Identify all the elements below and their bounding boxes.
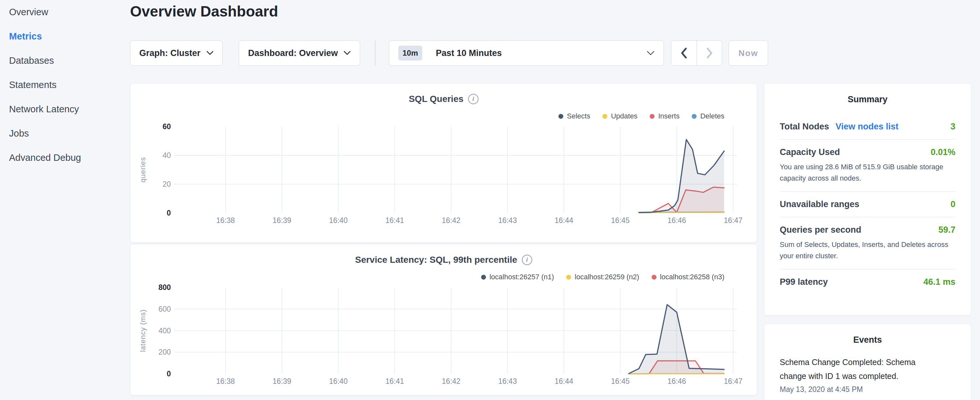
service-latency-chart-canvas[interactable]: 16:3816:3916:4016:4116:4216:4316:4416:45… xyxy=(130,244,757,396)
summary-row: Total NodesView nodes list3 xyxy=(780,114,955,139)
svg-text:16:38: 16:38 xyxy=(216,216,235,225)
chevron-down-icon xyxy=(344,51,351,55)
summary-value: 3 xyxy=(951,122,955,132)
controls-divider xyxy=(375,40,375,66)
svg-text:16:40: 16:40 xyxy=(329,216,348,225)
now-button[interactable]: Now xyxy=(729,40,768,66)
view-nodes-link[interactable]: View nodes list xyxy=(836,122,899,132)
summary-label: Queries per second xyxy=(780,225,861,235)
svg-text:16:39: 16:39 xyxy=(273,377,291,386)
svg-text:latency (ms): latency (ms) xyxy=(139,309,147,352)
svg-text:200: 200 xyxy=(159,348,171,356)
svg-text:16:42: 16:42 xyxy=(442,377,461,386)
svg-text:0: 0 xyxy=(167,209,171,217)
svg-text:16:41: 16:41 xyxy=(385,216,404,225)
dashboard-dropdown-label: Dashboard: Overview xyxy=(248,48,338,58)
svg-text:16:43: 16:43 xyxy=(498,377,517,386)
sidebar-nav: OverviewMetricsDatabasesStatementsNetwor… xyxy=(0,0,130,170)
svg-text:16:47: 16:47 xyxy=(724,377,743,386)
summary-label: P99 latency xyxy=(780,277,828,287)
svg-text:16:47: 16:47 xyxy=(724,216,743,225)
time-next-button[interactable] xyxy=(697,41,722,65)
svg-text:16:46: 16:46 xyxy=(667,216,686,225)
summary-value: 0 xyxy=(951,199,955,209)
summary-row: Capacity Used0.01%You are using 28.6 MiB… xyxy=(780,139,955,191)
summary-title: Summary xyxy=(780,94,955,105)
svg-text:40: 40 xyxy=(162,151,171,159)
svg-text:16:40: 16:40 xyxy=(329,377,348,386)
event-item[interactable]: Schema Change Completed: Schema change w… xyxy=(780,355,955,394)
svg-text:800: 800 xyxy=(159,283,171,292)
svg-text:16:45: 16:45 xyxy=(611,216,630,225)
chevron-left-icon xyxy=(680,48,687,59)
event-text: Schema Change Completed: Schema change w… xyxy=(780,355,929,383)
svg-text:queries: queries xyxy=(139,157,147,183)
events-title: Events xyxy=(780,335,955,345)
svg-text:16:39: 16:39 xyxy=(273,216,291,225)
summary-label: Unavailable ranges xyxy=(780,199,859,209)
svg-text:600: 600 xyxy=(159,305,171,313)
summary-value: 0.01% xyxy=(931,147,955,157)
summary-subtext: You are using 28.6 MiB of 515.9 GiB usab… xyxy=(780,161,955,184)
controls-bar: Graph: Cluster Dashboard: Overview 10m P… xyxy=(130,40,768,66)
time-prev-button[interactable] xyxy=(671,41,697,65)
time-range-badge: 10m xyxy=(398,46,422,61)
summary-row: Unavailable ranges0 xyxy=(780,191,955,217)
summary-row: P99 latency46.1 ms xyxy=(780,269,955,295)
summary-rows: Total NodesView nodes list3Capacity Used… xyxy=(780,114,955,295)
svg-text:16:46: 16:46 xyxy=(667,377,686,386)
graph-dropdown-label: Graph: Cluster xyxy=(139,48,200,58)
svg-text:60: 60 xyxy=(162,122,171,131)
svg-text:16:44: 16:44 xyxy=(555,216,573,225)
svg-text:0: 0 xyxy=(167,370,171,378)
sidebar-item-databases[interactable]: Databases xyxy=(0,49,130,73)
svg-text:16:42: 16:42 xyxy=(442,216,461,225)
summary-label: Total Nodes xyxy=(780,122,829,132)
summary-row: Queries per second59.7Sum of Selects, Up… xyxy=(780,217,955,269)
sidebar-item-network-latency[interactable]: Network Latency xyxy=(0,97,130,121)
chevron-right-icon xyxy=(706,48,713,59)
chevron-down-icon xyxy=(647,51,654,56)
time-step-control xyxy=(671,40,722,66)
sidebar-item-metrics[interactable]: Metrics xyxy=(0,24,130,49)
sidebar-item-advanced-debug[interactable]: Advanced Debug xyxy=(0,146,130,170)
summary-subtext: Sum of Selects, Updates, Inserts, and De… xyxy=(780,239,955,261)
page-title: Overview Dashboard xyxy=(130,3,278,20)
sidebar-item-statements[interactable]: Statements xyxy=(0,73,130,97)
event-timestamp: May 13, 2020 at 4:45 PM xyxy=(780,385,955,394)
events-list: Schema Change Completed: Schema change w… xyxy=(780,355,955,394)
summary-value: 59.7 xyxy=(938,225,955,235)
sidebar-item-overview[interactable]: Overview xyxy=(0,0,130,24)
service-latency-chart-card: Service Latency: SQL, 99th percentile i … xyxy=(130,244,757,395)
svg-text:20: 20 xyxy=(162,180,171,188)
svg-text:16:44: 16:44 xyxy=(555,377,573,386)
chevron-down-icon xyxy=(207,51,213,55)
sql-queries-chart-canvas[interactable]: 16:3816:3916:4016:4116:4216:4316:4416:45… xyxy=(130,83,757,243)
svg-text:16:45: 16:45 xyxy=(611,377,630,386)
dashboard-dropdown[interactable]: Dashboard: Overview xyxy=(239,40,360,66)
summary-panel: Summary Total NodesView nodes list3Capac… xyxy=(764,83,971,316)
svg-text:16:43: 16:43 xyxy=(498,216,517,225)
sidebar-item-jobs[interactable]: Jobs xyxy=(0,121,130,146)
graph-dropdown[interactable]: Graph: Cluster xyxy=(130,40,223,66)
events-panel: Events Schema Change Completed: Schema c… xyxy=(764,324,971,400)
svg-text:16:41: 16:41 xyxy=(385,377,404,386)
time-range-dropdown[interactable]: 10m Past 10 Minutes xyxy=(389,40,664,66)
time-range-label: Past 10 Minutes xyxy=(436,48,502,58)
svg-text:400: 400 xyxy=(159,327,171,335)
summary-label: Capacity Used xyxy=(780,147,840,157)
svg-text:16:38: 16:38 xyxy=(216,377,235,386)
sql-queries-chart-card: SQL Queries i SelectsUpdatesInsertsDelet… xyxy=(130,83,757,243)
summary-value: 46.1 ms xyxy=(923,277,955,287)
